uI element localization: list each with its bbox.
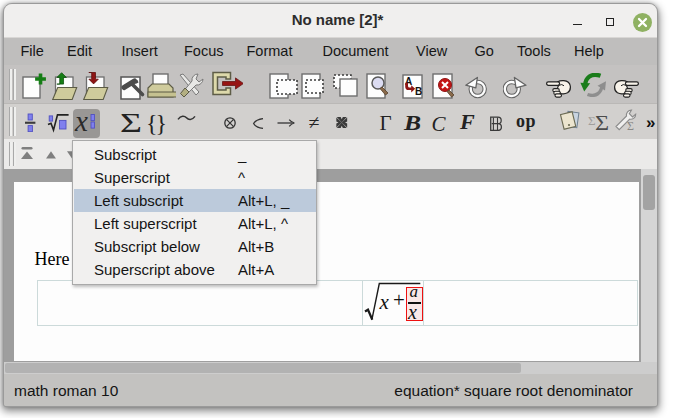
svg-text:Σ: Σ bbox=[627, 119, 634, 132]
svg-text:B: B bbox=[415, 86, 422, 97]
